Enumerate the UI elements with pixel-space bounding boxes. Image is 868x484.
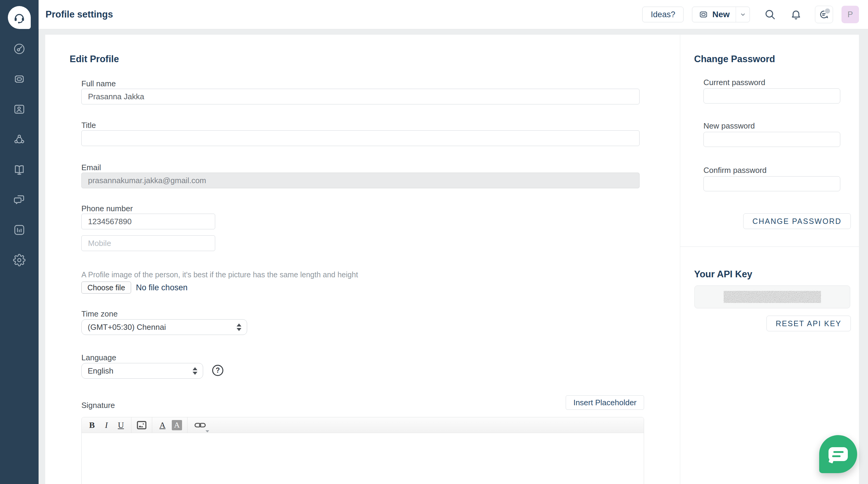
top-header: Profile settings Ideas? New bbox=[38, 0, 868, 29]
time-zone-value: (GMT+05:30) Chennai bbox=[88, 322, 166, 332]
time-zone-group: Time zone (GMT+05:30) Chennai bbox=[82, 309, 644, 335]
live-chat-launcher[interactable] bbox=[819, 435, 857, 473]
new-password-group: New password bbox=[704, 121, 840, 147]
bell-icon bbox=[790, 9, 802, 20]
search-button[interactable] bbox=[764, 9, 776, 20]
full-name-input[interactable] bbox=[82, 89, 640, 105]
profile-image-upload: Choose file No file chosen bbox=[82, 282, 644, 293]
edit-profile-section: Edit Profile Full name Title Email Phone… bbox=[45, 35, 680, 484]
chat-bubble-icon bbox=[829, 447, 848, 461]
right-panel: Change Password Current password New pas… bbox=[680, 35, 859, 484]
headset-logo-icon bbox=[12, 10, 26, 24]
knowledge-book-icon bbox=[13, 163, 26, 176]
signature-label: Signature bbox=[82, 401, 115, 410]
sidebar-item-contacts[interactable] bbox=[0, 94, 38, 124]
new-ticket-dropdown-toggle[interactable] bbox=[736, 7, 749, 22]
header-actions: Ideas? New bbox=[642, 6, 859, 23]
avatar[interactable]: P bbox=[841, 6, 859, 23]
edit-profile-form: Full name Title Email Phone number A Pro bbox=[82, 79, 644, 484]
phone-input[interactable] bbox=[82, 213, 215, 229]
sidebar-item-knowledge-base[interactable] bbox=[0, 154, 38, 185]
phone-label: Phone number bbox=[82, 204, 133, 213]
background-color-button[interactable]: A bbox=[170, 417, 184, 433]
sidebar-nav bbox=[0, 34, 38, 275]
contact-card-icon bbox=[13, 103, 26, 116]
sidebar-item-tickets[interactable] bbox=[0, 64, 38, 94]
current-password-group: Current password bbox=[704, 78, 840, 104]
time-zone-select[interactable]: (GMT+05:30) Chennai bbox=[82, 319, 247, 335]
text-style-group: B I U bbox=[82, 417, 131, 433]
no-file-chosen-text: No file chosen bbox=[136, 283, 187, 292]
image-icon bbox=[137, 421, 147, 429]
title-input[interactable] bbox=[82, 130, 640, 146]
signature-content-area[interactable] bbox=[82, 433, 644, 484]
sidebar-item-chats[interactable] bbox=[0, 185, 38, 215]
change-password-button[interactable]: CHANGE PASSWORD bbox=[743, 213, 851, 229]
sidebar-item-settings[interactable] bbox=[0, 245, 38, 275]
language-help-icon[interactable]: ? bbox=[212, 365, 223, 376]
bold-button[interactable]: B bbox=[85, 417, 99, 433]
mobile-input[interactable] bbox=[82, 235, 215, 251]
new-password-input[interactable] bbox=[704, 132, 840, 147]
sidebar-item-teams[interactable] bbox=[0, 124, 38, 154]
media-group bbox=[131, 417, 152, 433]
email-label: Email bbox=[82, 163, 101, 172]
insert-link-button[interactable] bbox=[190, 417, 210, 433]
current-password-input[interactable] bbox=[704, 88, 840, 104]
change-password-form: Current password New password Confirm pa… bbox=[704, 78, 840, 191]
change-password-heading: Change Password bbox=[694, 54, 859, 64]
phone-group: Phone number bbox=[82, 204, 644, 251]
signature-header-row: Signature Insert Placeholder bbox=[82, 395, 644, 410]
insert-image-button[interactable] bbox=[134, 417, 149, 433]
network-icon bbox=[13, 133, 26, 146]
ticket-icon bbox=[13, 73, 26, 85]
link-dropdown-caret-icon bbox=[206, 430, 209, 432]
language-group: Language English ? bbox=[82, 353, 644, 379]
new-password-label: New password bbox=[704, 121, 755, 130]
full-name-label: Full name bbox=[82, 79, 116, 88]
email-input bbox=[82, 173, 640, 188]
current-password-label: Current password bbox=[704, 78, 765, 87]
sidebar bbox=[0, 0, 38, 484]
app-logo[interactable] bbox=[8, 6, 31, 29]
edit-profile-heading: Edit Profile bbox=[70, 54, 680, 64]
whats-new-button[interactable] bbox=[815, 6, 833, 23]
reset-api-key-button[interactable]: RESET API KEY bbox=[767, 316, 851, 331]
chevron-down-icon bbox=[739, 11, 747, 18]
link-group bbox=[187, 417, 213, 433]
language-value: English bbox=[88, 366, 113, 376]
link-icon bbox=[194, 422, 206, 429]
reports-chart-icon bbox=[13, 224, 26, 236]
title-group: Title bbox=[82, 121, 644, 146]
new-button-label: New bbox=[712, 10, 730, 19]
new-ticket-button[interactable]: New bbox=[692, 7, 736, 22]
insert-placeholder-button[interactable]: Insert Placeholder bbox=[566, 395, 644, 410]
sidebar-item-dashboard[interactable] bbox=[0, 34, 38, 64]
notifications-button[interactable] bbox=[790, 9, 802, 20]
notification-dot bbox=[825, 8, 830, 13]
select-stepper-icon bbox=[193, 367, 197, 375]
language-label: Language bbox=[82, 353, 116, 362]
choose-file-button[interactable]: Choose file bbox=[82, 282, 131, 293]
settings-gear-icon bbox=[13, 254, 26, 266]
panel-divider bbox=[680, 247, 859, 247]
new-ticket-split-button: New bbox=[692, 7, 750, 22]
confirm-password-input[interactable] bbox=[704, 176, 840, 191]
italic-button[interactable]: I bbox=[99, 417, 114, 433]
language-select[interactable]: English bbox=[82, 363, 203, 379]
page-background: Edit Profile Full name Title Email Phone… bbox=[38, 29, 868, 484]
sidebar-item-reports[interactable] bbox=[0, 215, 38, 245]
underline-button[interactable]: U bbox=[114, 417, 128, 433]
signature-editor: B I U bbox=[82, 417, 644, 484]
api-key-heading: Your API Key bbox=[694, 269, 859, 280]
profile-image-hint: A Profile image of the person, it's best… bbox=[82, 270, 644, 279]
email-group: Email bbox=[82, 163, 644, 188]
color-group: A A bbox=[152, 417, 187, 433]
confirm-password-label: Confirm password bbox=[704, 166, 767, 175]
background-color-icon: A bbox=[172, 420, 182, 430]
ideas-button[interactable]: Ideas? bbox=[642, 7, 684, 22]
select-stepper-icon bbox=[237, 323, 241, 331]
title-label: Title bbox=[82, 121, 96, 130]
content-card: Edit Profile Full name Title Email Phone… bbox=[45, 35, 859, 484]
font-color-button[interactable]: A bbox=[155, 417, 170, 433]
